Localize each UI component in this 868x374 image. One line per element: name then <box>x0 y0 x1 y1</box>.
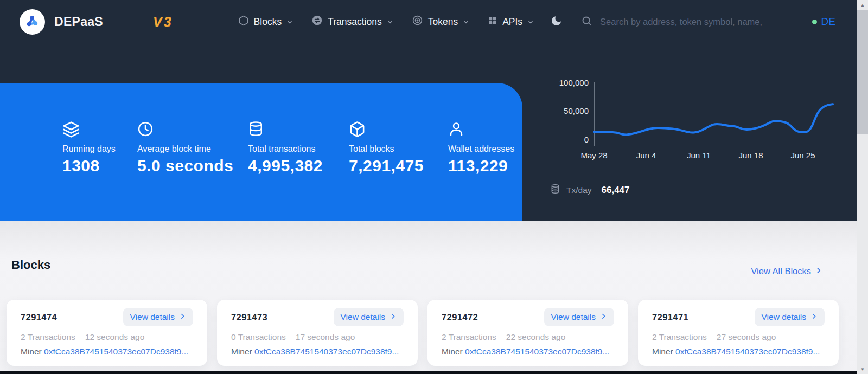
y-tick-label: 50,000 <box>542 106 589 115</box>
main-nav: Blocks Transactions <box>238 15 534 29</box>
y-tick-label: 0 <box>542 135 589 144</box>
miner-label: Miner <box>652 347 673 356</box>
stat-value: 4,995,382 <box>248 157 349 175</box>
card-head: 7291471 View details <box>652 308 825 326</box>
view-details-button[interactable]: View details <box>755 308 825 326</box>
view-details-button[interactable]: View details <box>544 308 614 326</box>
block-card: 7291471 View details 2 Transactions 27 s… <box>638 300 839 366</box>
cube-icon <box>349 121 448 139</box>
database-icon <box>248 121 349 139</box>
stat-label: Running days <box>62 144 137 154</box>
nav-apis[interactable]: APIs <box>488 16 534 28</box>
version-badge: V3 <box>153 14 173 30</box>
view-details-label: View details <box>341 312 385 322</box>
card-head: 7291473 View details <box>231 308 404 326</box>
stat-total-transactions: Total transactions 4,995,382 <box>248 121 349 175</box>
search-bar <box>581 15 763 29</box>
x-tick-label: May 28 <box>580 151 607 160</box>
bottom-strip <box>0 371 857 374</box>
moon-icon <box>550 15 563 29</box>
depaas-logo-icon <box>24 12 41 31</box>
txday-chart-line <box>594 104 833 134</box>
card-meta: 0 Transactions 17 seconds ago <box>231 332 404 342</box>
stat-wallet-addresses: Wallet addresses 113,229 <box>448 121 514 175</box>
stats-row: Running days 1308 Average block time 5.0… <box>0 83 522 175</box>
stat-running-days: Running days 1308 <box>62 121 137 175</box>
tokens-icon <box>412 15 423 29</box>
txday-chart: 100,000 50,000 0 May 28 Jun 4 Jun 11 Jun… <box>542 76 846 163</box>
miner-address-link[interactable]: 0xfCca38B7451540373ec07Dc938f9... <box>44 347 188 356</box>
txday-value: 66,447 <box>602 185 630 196</box>
chart-divider <box>545 175 838 175</box>
stat-avg-block-time: Average block time 5.0 seconds <box>137 121 248 175</box>
layers-icon <box>62 121 137 139</box>
card-miner: Miner 0xfCca38B7451540373ec07Dc938f9... <box>21 347 193 357</box>
stat-value: 1308 <box>62 157 137 175</box>
block-card: 7291473 View details 0 Transactions 17 s… <box>217 300 418 366</box>
miner-address-link[interactable]: 0xfCca38B7451540373ec07Dc938f9... <box>465 347 609 356</box>
apis-icon <box>488 16 497 28</box>
view-details-button[interactable]: View details <box>123 308 193 326</box>
chevron-down-icon <box>463 19 469 25</box>
block-number: 7291474 <box>21 312 57 323</box>
scrollbar-thumb[interactable] <box>857 10 868 134</box>
chart-axis <box>595 82 833 146</box>
depaas-dashboard: DEPaaS V3 Blocks Transactions <box>0 0 868 374</box>
chevron-right-icon <box>815 266 822 276</box>
nav-transactions[interactable]: Transactions <box>311 15 393 29</box>
card-meta: 2 Transactions 27 seconds ago <box>652 332 825 342</box>
stat-label: Wallet addresses <box>448 144 514 154</box>
vertical-scrollbar[interactable]: ▲ ▼ <box>857 0 868 374</box>
block-transactions: 0 Transactions <box>231 332 286 342</box>
theme-toggle[interactable] <box>550 15 563 29</box>
chevron-down-icon <box>286 19 293 25</box>
txday-chart-line-svg <box>594 82 833 146</box>
card-miner: Miner 0xfCca38B7451540373ec07Dc938f9... <box>231 347 404 357</box>
miner-label: Miner <box>231 347 252 356</box>
block-card: 7291474 View details 2 Transactions 12 s… <box>7 300 207 366</box>
x-tick-label: Jun 18 <box>738 151 763 160</box>
scrollbar-up-arrow-icon[interactable]: ▲ <box>857 0 868 10</box>
miner-address-link[interactable]: 0xfCca38B7451540373ec07Dc938f9... <box>254 347 399 356</box>
chevron-right-icon <box>600 312 607 322</box>
chevron-down-icon <box>387 19 393 25</box>
nav-blocks[interactable]: Blocks <box>238 15 293 29</box>
header: DEPaaS V3 Blocks Transactions <box>0 0 857 43</box>
stat-label: Average block time <box>137 144 248 154</box>
transactions-icon <box>311 15 323 29</box>
network-label: DE <box>821 16 835 28</box>
block-card: 7291472 View details 2 Transactions 22 s… <box>427 300 628 366</box>
block-age: 27 seconds ago <box>717 332 776 342</box>
block-transactions: 2 Transactions <box>442 332 496 342</box>
view-details-button[interactable]: View details <box>334 308 404 326</box>
view-details-label: View details <box>762 312 806 322</box>
search-input[interactable] <box>600 17 763 27</box>
x-tick-label: Jun 11 <box>687 151 711 160</box>
card-miner: Miner 0xfCca38B7451540373ec07Dc938f9... <box>442 347 614 357</box>
block-cards-row: 7291474 View details 2 Transactions 12 s… <box>7 300 839 366</box>
view-all-blocks-link[interactable]: View All Blocks <box>751 266 822 276</box>
block-number: 7291471 <box>652 312 688 323</box>
blocks-icon <box>238 15 249 29</box>
card-meta: 2 Transactions 12 seconds ago <box>21 332 193 342</box>
scrollbar-down-arrow-icon[interactable]: ▼ <box>857 364 868 374</box>
depaas-logo[interactable] <box>20 9 45 35</box>
block-number: 7291473 <box>231 312 267 323</box>
miner-label: Miner <box>21 347 42 356</box>
y-tick-label: 100,000 <box>542 78 589 87</box>
stat-total-blocks: Total blocks 7,291,475 <box>349 121 448 175</box>
nav-label: APIs <box>502 16 522 28</box>
block-age: 22 seconds ago <box>506 332 565 342</box>
search-icon <box>581 15 592 29</box>
x-tick-label: Jun 4 <box>636 151 656 160</box>
nav-tokens[interactable]: Tokens <box>412 15 469 29</box>
nav-label: Transactions <box>328 16 382 28</box>
miner-address-link[interactable]: 0xfCca38B7451540373ec07Dc938f9... <box>675 347 820 356</box>
stat-value: 5.0 seconds <box>137 157 248 175</box>
stat-label: Total transactions <box>248 144 349 154</box>
view-details-label: View details <box>130 312 175 322</box>
miner-label: Miner <box>442 347 463 356</box>
x-tick-label: Jun 25 <box>790 151 815 160</box>
network-indicator[interactable]: DE <box>812 16 835 28</box>
card-head: 7291474 View details <box>21 308 193 326</box>
